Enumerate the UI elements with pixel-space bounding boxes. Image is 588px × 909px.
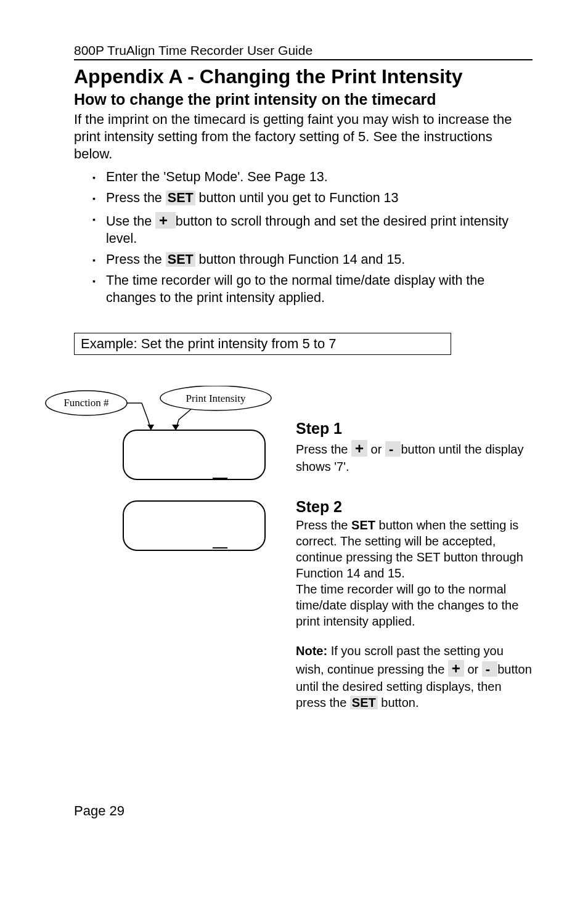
svg-marker-2 — [147, 425, 154, 430]
display-diagram-2: _ — [74, 498, 321, 560]
example-caption-box: Example: Set the print intensity from 5 … — [74, 333, 451, 355]
step1-title: Step 1 — [296, 420, 533, 438]
step2-body: Press the SET button when the setting is… — [296, 517, 533, 629]
bullet-4-pre: Press the — [106, 252, 166, 267]
display-diagram-1: Function # Print Intensity _ — [43, 386, 290, 484]
print-intensity-label: Print Intensity — [186, 393, 246, 404]
appendix-title: Appendix A - Changing the Print Intensit… — [74, 65, 533, 88]
doc-header: 800P TruAlign Time Recorder User Guide — [74, 43, 533, 60]
underline-2: _ — [212, 526, 228, 553]
set-bold-step2: SET — [351, 518, 375, 532]
page-footer: Page 29 — [74, 803, 533, 819]
underline-1: _ — [212, 456, 228, 484]
bullet-1: Enter the 'Setup Mode'. See Page 13. — [92, 169, 533, 186]
intro-paragraph: If the imprint on the timecard is gettin… — [74, 111, 533, 163]
minus-button-step1: - — [385, 441, 401, 457]
set-button-note: SET — [350, 696, 378, 709]
function-label: Function # — [63, 397, 109, 409]
svg-marker-4 — [172, 425, 179, 430]
step2-title: Step 2 — [296, 498, 533, 516]
step1-body: Press the + or - button until the displa… — [296, 439, 533, 475]
note-lead: Note: — [296, 644, 327, 658]
minus-button-note: - — [482, 661, 497, 677]
bullet-5: The time recorder will go to the normal … — [92, 272, 533, 307]
set-button-inline-2: SET — [166, 252, 195, 267]
section-subtitle: How to change the print intensity on the… — [74, 91, 533, 108]
set-button-inline: SET — [166, 190, 195, 205]
bullet-2-pre: Press the — [106, 190, 166, 205]
note-block: Note: If you scroll past the setting you… — [296, 643, 533, 711]
bullet-2-post: button until you get to Function 13 — [195, 190, 399, 205]
svg-rect-5 — [123, 430, 265, 479]
svg-rect-6 — [123, 501, 265, 550]
bullet-3: Use the + button to scroll through and s… — [92, 211, 533, 248]
bullet-4: Press the SET button through Function 14… — [92, 251, 533, 269]
plus-button-inline: + — [155, 212, 176, 229]
plus-button-note: + — [448, 660, 464, 677]
bullet-2: Press the SET button until you get to Fu… — [92, 190, 533, 207]
plus-button-step1: + — [351, 440, 367, 457]
bullet-4-post: button through Function 14 and 15. — [195, 252, 406, 267]
bullet-3-pre: Use the — [106, 214, 155, 229]
